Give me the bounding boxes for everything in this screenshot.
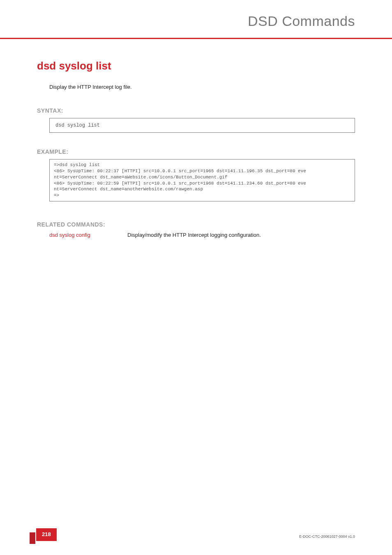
example-label: EXAMPLE:: [37, 148, 355, 155]
example-code: =>dsd syslog list <86> SysUpTime: 00:22:…: [49, 159, 355, 201]
command-description: Display the HTTP Intercept log file.: [49, 84, 355, 90]
page-number-badge: 218: [36, 528, 57, 541]
related-label: RELATED COMMANDS:: [37, 221, 355, 228]
command-heading: dsd syslog list: [37, 60, 355, 72]
page-header: DSD Commands: [0, 0, 392, 39]
related-command-desc: Display/modify the HTTP Intercept loggin…: [127, 232, 261, 238]
header-title: DSD Commands: [248, 13, 355, 29]
related-row: dsd syslog config Display/modify the HTT…: [49, 232, 355, 238]
related-command-name: dsd syslog config: [49, 232, 103, 238]
page-footer: 218 E-DOC-CTC-20061027-0004 v1.0: [0, 529, 392, 541]
page-root: DSD Commands dsd syslog list Display the…: [0, 0, 392, 555]
page-content: dsd syslog list Display the HTTP Interce…: [0, 39, 392, 238]
syntax-code: dsd syslog list: [49, 118, 355, 133]
footer-doc-id: E-DOC-CTC-20061027-0004 v1.0: [299, 534, 355, 539]
syntax-label: SYNTAX:: [37, 107, 355, 114]
